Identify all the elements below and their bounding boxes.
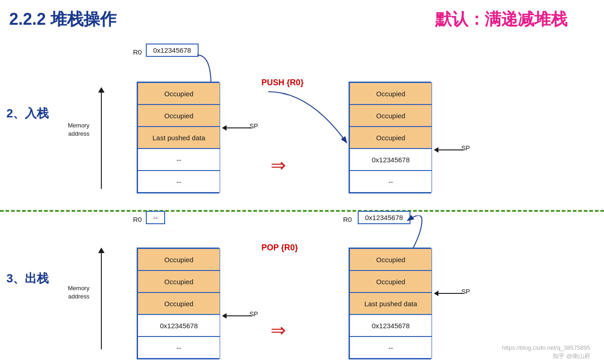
pop-after-cell-3: 0x12345678 [349, 314, 432, 336]
push-before-cell-1: Occupied [138, 105, 220, 127]
push-section-label: 2、入栈 [6, 105, 49, 121]
push-before-cell-4: -- [138, 171, 220, 193]
push-before-cell-2: Last pushed data [138, 127, 220, 149]
push-stack-after: Occupied Occupied Occupied 0x12345678 -- [349, 82, 431, 193]
pop-r0-left-box: -- [146, 211, 165, 224]
pop-r0-left-label: R0 [133, 215, 142, 223]
pop-stack-after: Occupied Occupied Last pushed data 0x123… [349, 248, 431, 359]
pop-op-label: POP {R0} [261, 243, 298, 253]
push-before-cell-0: Occupied [138, 83, 220, 105]
push-op-label: PUSH {R0} [261, 78, 304, 88]
pop-after-cell-1: Occupied [349, 270, 432, 292]
pop-section-label: 3、出栈 [6, 270, 49, 287]
pop-before-cell-3: 0x12345678 [138, 314, 220, 336]
push-after-cell-2: Occupied [349, 127, 432, 149]
pop-memory-label: Memoryaddress [68, 284, 89, 301]
pop-after-cell-2: Last pushed data [349, 292, 432, 314]
push-memory-label: Memoryaddress [68, 121, 89, 138]
page-title: 2.2.2 堆栈操作 [9, 8, 116, 31]
pop-before-cell-4: -- [138, 336, 220, 358]
pop-memory-arrow [98, 248, 105, 349]
push-big-arrow: ⇒ [271, 156, 286, 174]
push-stack-before: Occupied Occupied Last pushed data -- -- [137, 82, 219, 193]
page-subtitle: 默认：满递减堆栈 [435, 8, 567, 31]
pop-after-sp-label: SP [461, 288, 470, 295]
pop-before-cell-2: Occupied [138, 292, 220, 314]
push-r0-label: R0 [133, 48, 142, 56]
push-after-cell-4: -- [349, 171, 432, 193]
pop-before-cell-1: Occupied [138, 270, 220, 292]
pop-before-sp-label: SP [249, 310, 258, 318]
push-before-sp-label: SP [249, 122, 258, 130]
push-after-cell-1: Occupied [349, 105, 432, 127]
push-after-sp-label: SP [461, 144, 470, 152]
pop-before-cell-0: Occupied [138, 248, 220, 270]
pop-after-cell-0: Occupied [349, 248, 432, 270]
push-after-cell-3: 0x12345678 [349, 149, 432, 171]
section-divider [0, 210, 604, 212]
push-memory-arrow [98, 87, 105, 189]
watermark-url: https://blog.csdn.net/q_38575895 [502, 344, 590, 351]
pop-big-arrow: ⇒ [271, 321, 286, 339]
watermark-user: 知乎 @南山府 [553, 352, 590, 360]
push-after-cell-0: Occupied [349, 83, 432, 105]
pop-stack-before: Occupied Occupied Occupied 0x12345678 -- [137, 248, 219, 359]
pop-after-cell-4: -- [349, 336, 432, 358]
push-before-cell-3: -- [138, 149, 220, 171]
pop-r0-right-label: R0 [343, 215, 352, 223]
